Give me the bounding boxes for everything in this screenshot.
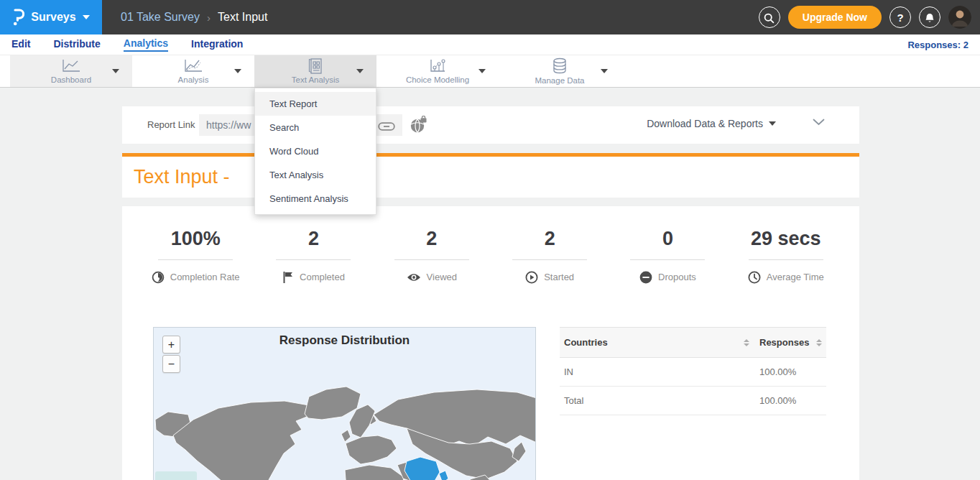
- stat-started: 2 Started: [491, 228, 609, 284]
- stat-label: Started: [544, 272, 574, 282]
- breadcrumb-separator: ›: [207, 11, 211, 24]
- chevron-down-icon: [83, 15, 90, 19]
- table-header-countries[interactable]: Countries: [564, 337, 759, 348]
- tab-label: Choice Modelling: [406, 75, 469, 84]
- menu-item-word-cloud[interactable]: Word Cloud: [255, 139, 376, 163]
- chevron-down-icon: [601, 69, 608, 73]
- divider: [158, 259, 233, 260]
- download-data-reports-label: Download Data & Reports: [647, 118, 763, 129]
- menu-item-search[interactable]: Search: [255, 116, 376, 139]
- breadcrumb-survey-link[interactable]: 01 Take Survey: [121, 11, 200, 24]
- tab-label: Text Analysis: [292, 75, 339, 84]
- topbar-actions: Upgrade Now ?: [759, 0, 971, 34]
- divider: [394, 259, 469, 260]
- map-india-highlighted: [405, 457, 440, 480]
- tab-label: Analysis: [178, 75, 209, 84]
- globe-lock-icon: [410, 119, 427, 129]
- stat-completed: 2 Completed: [254, 228, 372, 284]
- stat-label: Dropouts: [658, 272, 696, 282]
- map-north-america: [173, 401, 310, 480]
- map-zoom-out-button[interactable]: −: [162, 355, 180, 373]
- response-distribution-map[interactable]: Response Distribution + −: [153, 327, 536, 480]
- map-attribution: [155, 471, 197, 480]
- analytics-summary-card: 100% Completion Rate 2 Completed 2: [122, 206, 859, 480]
- tab-choice-modelling[interactable]: Choice Modelling: [376, 55, 499, 87]
- map-japan: [512, 442, 526, 461]
- stat-value: 29 secs: [751, 228, 821, 250]
- stat-label: Viewed: [427, 272, 457, 282]
- question-title-card: Text Input -: [122, 157, 859, 198]
- upgrade-now-button[interactable]: Upgrade Now: [788, 6, 882, 29]
- table-row: IN 100.00%: [560, 358, 826, 387]
- chevron-down-icon: [479, 69, 486, 73]
- anonymous-link-button[interactable]: [410, 116, 427, 134]
- nav-item-integration[interactable]: Integration: [191, 38, 243, 51]
- brand-menu[interactable]: Surveys: [0, 0, 102, 34]
- stat-value: 0: [662, 228, 673, 250]
- text-analysis-dropdown: Text Report Search Word Cloud Text Analy…: [254, 88, 376, 215]
- notifications-button[interactable]: [919, 6, 940, 28]
- chain-link-icon: [378, 120, 395, 131]
- survey-nav: Edit Distribute Analytics Integration Re…: [0, 34, 980, 55]
- stat-completion-rate: 100% Completion Rate: [137, 228, 254, 284]
- map-uk: [341, 430, 351, 442]
- clock-icon: [748, 270, 761, 284]
- tab-label: Dashboard: [51, 75, 91, 84]
- stat-label: Completed: [300, 272, 345, 282]
- play-circle-icon: [525, 270, 538, 284]
- menu-item-text-report[interactable]: Text Report: [255, 92, 376, 116]
- map-africa: [345, 465, 404, 480]
- sort-icon[interactable]: [816, 339, 822, 346]
- report-link-card: Report Link Download Data & Reports: [122, 106, 859, 144]
- column-label: Countries: [564, 337, 608, 348]
- chevron-down-icon: [234, 69, 241, 73]
- stat-label: Average Time: [767, 272, 824, 282]
- topbar: Surveys 01 Take Survey › Text Input Upgr…: [0, 0, 980, 34]
- map-europe: [346, 435, 397, 464]
- text-report-icon: [306, 58, 325, 74]
- download-data-reports-menu[interactable]: Download Data & Reports: [647, 118, 776, 129]
- world-map[interactable]: [154, 328, 536, 480]
- eye-icon: [407, 270, 421, 283]
- stat-viewed: 2 Viewed: [373, 228, 491, 284]
- flag-icon: [282, 270, 294, 284]
- nav-item-edit[interactable]: Edit: [11, 38, 30, 51]
- avatar[interactable]: [948, 6, 971, 29]
- divider: [630, 259, 705, 260]
- completion-pie-icon: [152, 270, 165, 284]
- chevron-down-icon: [813, 116, 825, 127]
- nav-item-analytics[interactable]: Analytics: [124, 37, 168, 52]
- menu-item-text-analysis[interactable]: Text Analysis: [255, 163, 376, 187]
- country-cell: IN: [564, 366, 759, 377]
- brand-label: Surveys: [31, 11, 75, 24]
- stat-value: 100%: [171, 228, 221, 250]
- tab-analysis[interactable]: Analysis: [132, 55, 254, 87]
- nav-item-distribute[interactable]: Distribute: [53, 38, 100, 51]
- search-icon: [764, 11, 775, 24]
- column-label: Responses: [759, 337, 809, 348]
- tab-text-analysis[interactable]: Text Analysis: [254, 55, 376, 87]
- copy-link-button[interactable]: [376, 119, 402, 131]
- menu-item-sentiment-analysis[interactable]: Sentiment Analysis: [255, 187, 376, 211]
- map-zoom-in-button[interactable]: +: [162, 336, 180, 354]
- stat-average-time: 29 secs Average Time: [727, 228, 845, 284]
- help-button[interactable]: ?: [889, 6, 911, 28]
- tab-manage-data[interactable]: Manage Data: [499, 55, 621, 87]
- table-header-responses[interactable]: Responses: [759, 337, 822, 348]
- sort-icon[interactable]: [744, 339, 749, 346]
- stat-value: 2: [308, 228, 319, 250]
- breadcrumb: 01 Take Survey › Text Input: [121, 11, 267, 24]
- collapse-panel-button[interactable]: [813, 116, 825, 127]
- brand-logo-icon: [12, 9, 24, 26]
- map-bangladesh-highlighted: [439, 471, 448, 480]
- analytics-toolbar: Dashboard Analysis Text Analysis Choice …: [0, 55, 980, 88]
- chevron-down-icon: [356, 69, 364, 73]
- database-icon: [551, 57, 568, 75]
- search-button[interactable]: [759, 6, 780, 28]
- page-title: Text Input -: [134, 166, 230, 188]
- stat-label: Completion Rate: [170, 272, 240, 282]
- divider: [512, 259, 587, 260]
- chevron-down-icon: [769, 121, 776, 126]
- divider: [749, 259, 823, 260]
- tab-dashboard[interactable]: Dashboard: [10, 55, 132, 87]
